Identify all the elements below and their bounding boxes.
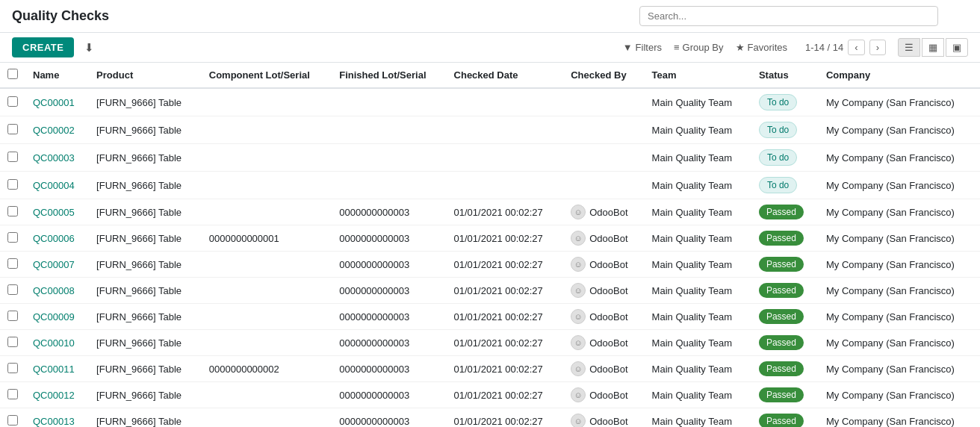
status-badge: Passed: [759, 335, 804, 350]
row-name[interactable]: QC00010: [25, 330, 89, 356]
row-name[interactable]: QC00009: [25, 304, 89, 330]
row-name[interactable]: QC00007: [25, 252, 89, 278]
row-comp-lot: [202, 252, 332, 278]
kanban-view-button[interactable]: ▦: [922, 38, 944, 57]
status-badge: Passed: [759, 257, 804, 272]
checked-by-name: OdooBot: [589, 311, 627, 322]
row-checked-by: ☺ OdooBot: [563, 252, 644, 278]
filters-button[interactable]: ▼ Filters: [623, 42, 662, 53]
row-team: Main Quality Team: [645, 304, 751, 330]
row-name[interactable]: QC00002: [25, 116, 89, 144]
row-checked-date: [447, 116, 564, 144]
col-team-header: Team: [645, 63, 751, 88]
row-company: My Company (San Francisco): [819, 199, 980, 225]
group-by-button[interactable]: ≡ Group By: [674, 42, 724, 53]
row-checkbox[interactable]: [7, 232, 18, 243]
row-name[interactable]: QC00004: [25, 172, 89, 199]
row-fin-lot: 0000000000003: [332, 408, 446, 428]
prev-page-button[interactable]: ‹: [848, 40, 864, 55]
row-name[interactable]: QC00003: [25, 144, 89, 172]
row-checkbox-cell[interactable]: [0, 330, 25, 356]
row-status: Passed: [751, 252, 819, 278]
row-team: Main Quality Team: [645, 225, 751, 252]
row-checkbox-cell[interactable]: [0, 172, 25, 199]
row-name[interactable]: QC00005: [25, 199, 89, 225]
col-company-header: Company: [819, 63, 980, 88]
search-input[interactable]: [639, 6, 938, 26]
row-status: Passed: [751, 278, 819, 304]
row-checkbox-cell[interactable]: [0, 382, 25, 408]
row-checkbox-cell[interactable]: [0, 144, 25, 172]
search-bar[interactable]: [639, 6, 938, 26]
row-status: Passed: [751, 382, 819, 408]
row-checkbox-cell[interactable]: [0, 408, 25, 428]
row-comp-lot: 0000000000001: [202, 225, 332, 252]
avatar: ☺: [571, 257, 586, 272]
download-button[interactable]: ⬇: [80, 38, 99, 57]
next-page-button[interactable]: ›: [869, 40, 886, 55]
row-name[interactable]: QC00013: [25, 408, 89, 428]
row-company: My Company (San Francisco): [819, 356, 980, 382]
status-badge: Passed: [759, 205, 804, 219]
row-comp-lot: [202, 172, 332, 199]
status-badge: To do: [759, 149, 797, 166]
row-product: [FURN_9666] Table: [89, 408, 202, 428]
row-checked-date: [447, 172, 564, 199]
row-checkbox-cell[interactable]: [0, 356, 25, 382]
list-view-button[interactable]: ☰: [898, 38, 920, 57]
row-status: To do: [751, 116, 819, 144]
row-status: Passed: [751, 408, 819, 428]
row-name[interactable]: QC00008: [25, 278, 89, 304]
row-comp-lot: [202, 278, 332, 304]
col-checked-by-header: Checked By: [563, 63, 644, 88]
avatar: ☺: [571, 309, 586, 324]
row-status: To do: [751, 144, 819, 172]
row-name[interactable]: QC00001: [25, 88, 89, 116]
row-team: Main Quality Team: [645, 252, 751, 278]
row-checkbox[interactable]: [7, 284, 18, 295]
row-product: [FURN_9666] Table: [89, 304, 202, 330]
row-checkbox-cell[interactable]: [0, 304, 25, 330]
select-all-header[interactable]: [0, 63, 25, 88]
row-company: My Company (San Francisco): [819, 172, 980, 199]
row-checkbox-cell[interactable]: [0, 88, 25, 116]
pivot-view-button[interactable]: ▣: [946, 38, 968, 57]
row-name[interactable]: QC00011: [25, 356, 89, 382]
row-checked-date: 01/01/2021 00:02:27: [447, 408, 564, 428]
favorites-button[interactable]: ★ Favorites: [736, 42, 787, 53]
row-checkbox-cell[interactable]: [0, 225, 25, 252]
row-checkbox[interactable]: [7, 124, 18, 134]
row-checkbox[interactable]: [7, 363, 18, 373]
create-button[interactable]: CREATE: [12, 37, 74, 57]
row-checkbox[interactable]: [7, 96, 18, 107]
table-row: QC00003 [FURN_9666] Table Main Quality T…: [0, 144, 980, 172]
row-name[interactable]: QC00006: [25, 225, 89, 252]
row-checkbox[interactable]: [7, 311, 18, 321]
row-fin-lot: 0000000000003: [332, 382, 446, 408]
table-row: QC00006 [FURN_9666] Table 0000000000001 …: [0, 225, 980, 252]
row-fin-lot: 0000000000003: [332, 356, 446, 382]
row-checkbox[interactable]: [7, 206, 18, 216]
checked-by-name: OdooBot: [589, 207, 627, 218]
row-checkbox-cell[interactable]: [0, 199, 25, 225]
checked-by-cell: ☺ OdooBot: [571, 257, 636, 272]
row-company: My Company (San Francisco): [819, 88, 980, 116]
row-checkbox[interactable]: [7, 337, 18, 347]
row-checkbox-cell[interactable]: [0, 278, 25, 304]
row-checkbox[interactable]: [7, 258, 18, 269]
view-buttons: ☰ ▦ ▣: [898, 38, 968, 57]
select-all-checkbox[interactable]: [7, 69, 18, 79]
row-checkbox[interactable]: [7, 389, 18, 399]
row-checkbox[interactable]: [7, 179, 18, 190]
checked-by-cell: ☺ OdooBot: [571, 231, 636, 246]
row-checkbox-cell[interactable]: [0, 116, 25, 144]
row-checkbox[interactable]: [7, 152, 18, 162]
row-name[interactable]: QC00012: [25, 382, 89, 408]
checked-by-name: OdooBot: [589, 285, 627, 296]
row-product: [FURN_9666] Table: [89, 382, 202, 408]
row-fin-lot: 0000000000003: [332, 252, 446, 278]
row-checkbox[interactable]: [7, 415, 18, 426]
row-team: Main Quality Team: [645, 278, 751, 304]
row-checkbox-cell[interactable]: [0, 252, 25, 278]
row-status: To do: [751, 88, 819, 116]
